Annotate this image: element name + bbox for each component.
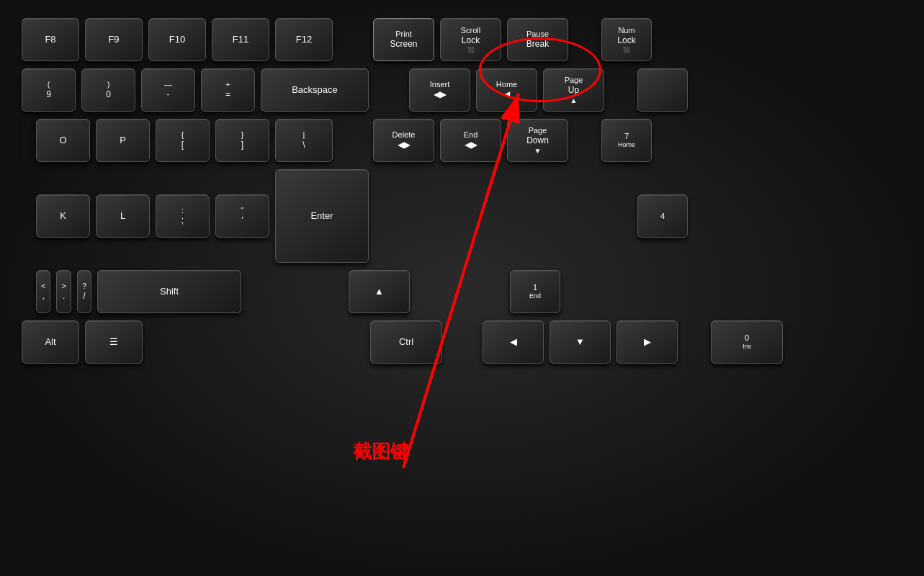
key-label: Backspace	[292, 84, 338, 96]
key-end[interactable]: End ◀▶	[440, 119, 501, 162]
key-bottom-label: 0	[106, 89, 111, 101]
key-backslash[interactable]: | \	[275, 119, 333, 162]
key-label: Enter	[310, 210, 333, 222]
key-left-arrow[interactable]: ◀	[483, 320, 544, 364]
key-top-label: :	[181, 205, 184, 215]
key-label: ◀	[510, 336, 517, 348]
key-top-label: Home	[496, 79, 517, 89]
key-bracket-open[interactable]: { [	[156, 119, 210, 162]
key-bottom-label: End	[529, 292, 541, 301]
key-label: F12	[296, 34, 312, 46]
key-f10[interactable]: F10	[148, 18, 206, 61]
key-f12[interactable]: F12	[275, 18, 333, 61]
key-right-shift[interactable]: Shift	[97, 270, 241, 313]
key-ctrl[interactable]: Ctrl	[370, 320, 442, 364]
key-bottom-label: Lock	[462, 35, 480, 47]
key-label: F11	[233, 34, 248, 46]
key-bottom-label: ◀▶	[465, 140, 477, 151]
qwerty-row: O P { [ } ] | \ Delete ◀▶ End ◀▶ Page Do…	[22, 119, 902, 162]
key-bottom-label: /	[83, 291, 85, 302]
key-label: Ctrl	[399, 336, 413, 348]
key-bottom-label: Lock	[617, 35, 635, 47]
key-bottom-label: '	[241, 215, 243, 227]
key-bottom-label: ]	[241, 140, 243, 151]
key-bottom-label: -	[167, 89, 170, 101]
key-bottom-label: Down	[526, 135, 549, 147]
keyboard-image: F8 F9 F10 F11 F12 Print Screen Scroll Lo…	[0, 0, 924, 576]
key-numpad-0[interactable]: 0 Ins	[711, 320, 783, 364]
key-down-arrow[interactable]: ▼	[550, 320, 611, 364]
key-insert[interactable]: Insert ◀▶	[409, 68, 470, 112]
key-slash[interactable]: ? /	[77, 270, 91, 313]
key-bottom-label: =	[225, 89, 230, 101]
key-i[interactable]	[22, 119, 30, 162]
key-label: F10	[169, 34, 185, 46]
key-semicolon[interactable]: : ;	[156, 194, 210, 238]
home-row: K L : ; " ' Enter 4	[22, 169, 902, 263]
bottom-row: Alt ☰ Ctrl ◀ ▼ ▶ 0 Ins	[22, 320, 902, 364]
key-up-arrow[interactable]: ▲	[349, 270, 410, 313]
key-page-down[interactable]: Page Down ▼	[507, 119, 568, 162]
key-numpad-7[interactable]: 7 Home	[601, 119, 652, 162]
key-f8[interactable]: F8	[22, 18, 79, 61]
key-f9[interactable]: F9	[85, 18, 143, 61]
key-numpad-4[interactable]: 4	[637, 194, 688, 238]
key-label: P	[120, 135, 126, 147]
key-f11[interactable]: F11	[212, 18, 269, 61]
key-print-screen[interactable]: Print Screen	[373, 18, 434, 61]
key-bottom-label: ◀	[503, 89, 510, 101]
key-label: Alt	[45, 336, 55, 348]
key-top-label: 1	[533, 282, 537, 292]
key-icon: ▲	[570, 96, 578, 105]
key-label: O	[59, 135, 66, 147]
key-9-paren[interactable]: ( 9	[22, 68, 76, 112]
key-numpad-1[interactable]: 1 End	[510, 270, 560, 313]
key-label: K	[60, 210, 66, 222]
key-right-arrow[interactable]: ▶	[616, 320, 678, 364]
key-num-lock[interactable]: Num Lock ⬛	[601, 18, 652, 61]
key-bottom-label: .	[63, 291, 65, 302]
key-icon: ▼	[534, 146, 542, 156]
key-top-label: Scroll	[461, 25, 481, 35]
fn-key-row: F8 F9 F10 F11 F12 Print Screen Scroll Lo…	[22, 14, 902, 61]
key-home[interactable]: Home ◀	[476, 68, 537, 112]
key-o[interactable]: O	[36, 119, 90, 162]
key-label: ☰	[109, 336, 118, 348]
annotation-label: 截图键	[353, 439, 409, 464]
key-bottom-label: Break	[526, 39, 549, 50]
key-alt[interactable]: Alt	[22, 320, 79, 364]
key-k[interactable]: K	[36, 194, 90, 238]
key-top-label: {	[181, 130, 184, 140]
key-page-up[interactable]: Page Up ▲	[543, 68, 604, 112]
key-label: L	[120, 210, 125, 222]
key-enter[interactable]: Enter	[275, 169, 369, 263]
key-win-menu[interactable]: ☰	[85, 320, 143, 364]
key-comma[interactable]: < ,	[36, 270, 50, 313]
key-quote[interactable]: " '	[215, 194, 269, 238]
number-row: ( 9 ) 0 — - + = Backspace Insert ◀▶ Home…	[22, 68, 902, 112]
key-bottom-label: 9	[46, 89, 51, 101]
key-top-label: |	[303, 130, 305, 140]
key-label: F9	[108, 34, 119, 46]
key-top-label: Insert	[430, 79, 450, 89]
key-delete[interactable]: Delete ◀▶	[373, 119, 434, 162]
key-equals[interactable]: + =	[201, 68, 255, 112]
key-top-label: 4	[660, 211, 665, 221]
key-l[interactable]: L	[96, 194, 150, 238]
key-top-label: (	[48, 79, 50, 89]
shift-row: < , > . ? / Shift ▲ 1 End	[22, 270, 902, 313]
key-numpad-slash[interactable]	[637, 68, 688, 112]
key-backspace[interactable]: Backspace	[261, 68, 369, 112]
key-scroll-lock[interactable]: Scroll Lock ⬛	[440, 18, 501, 61]
key-minus[interactable]: — -	[141, 68, 195, 112]
key-0-paren[interactable]: ) 0	[81, 68, 135, 112]
key-bracket-close[interactable]: } ]	[215, 119, 269, 162]
key-pause-break[interactable]: Pause Break	[507, 18, 568, 61]
key-top-label: 0	[745, 333, 749, 343]
key-top-label: Num	[618, 25, 634, 35]
key-bottom-label: \	[302, 140, 305, 151]
key-top-label: 7	[624, 131, 629, 141]
key-top-label: Page	[565, 75, 583, 85]
key-p[interactable]: P	[96, 119, 150, 162]
key-period[interactable]: > .	[56, 270, 71, 313]
